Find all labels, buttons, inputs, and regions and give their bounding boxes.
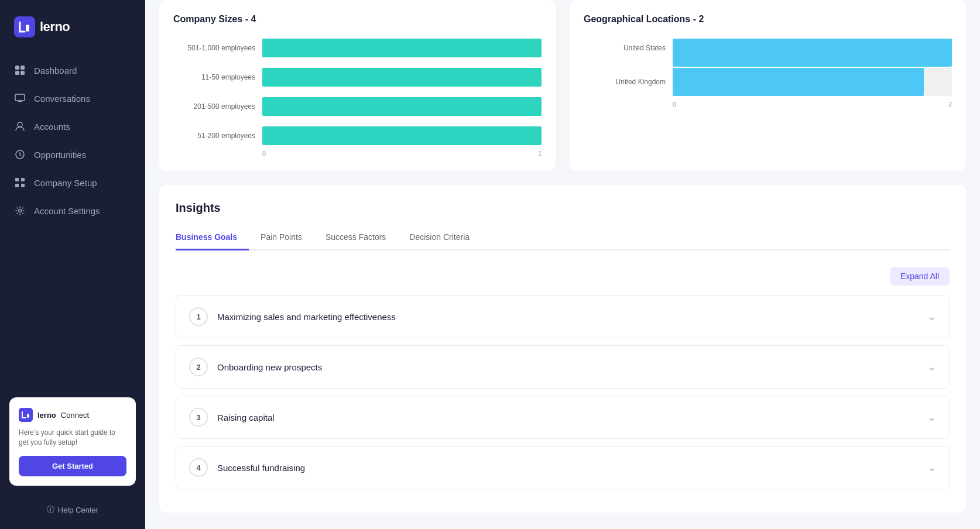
svg-point-7 bbox=[18, 122, 22, 127]
insight-left-1: 1 Maximizing sales and marketing effecti… bbox=[189, 307, 396, 326]
sidebar-item-accounts-label: Accounts bbox=[34, 122, 70, 132]
bar-track-3 bbox=[262, 97, 542, 116]
insight-left-4: 4 Successful fundraising bbox=[189, 458, 305, 477]
opportunities-icon bbox=[14, 149, 26, 160]
lerno-logo-icon bbox=[14, 16, 35, 37]
geo-bar-label-1: United States bbox=[584, 44, 666, 52]
main-content: Company Sizes - 4 501-1,000 employees 11… bbox=[145, 0, 980, 529]
connect-card-header: lerno Connect bbox=[19, 408, 126, 422]
sidebar-item-opportunities[interactable]: Opportunities bbox=[0, 140, 145, 169]
geo-bar-row-2: United Kingdom bbox=[584, 68, 952, 96]
geo-locations-bars: United States United Kingdom bbox=[584, 39, 952, 96]
insight-row-3[interactable]: 3 Raising capital ⌄ bbox=[176, 396, 950, 439]
geo-locations-axis: 0 2 bbox=[584, 101, 952, 108]
tab-success-factors[interactable]: Success Factors bbox=[314, 226, 398, 250]
connect-label: Connect bbox=[61, 411, 89, 420]
svg-rect-14 bbox=[19, 408, 33, 422]
tab-pain-points[interactable]: Pain Points bbox=[249, 226, 314, 250]
svg-rect-10 bbox=[15, 184, 19, 187]
chevron-down-icon-1: ⌄ bbox=[927, 310, 936, 323]
bar-row-3: 201-500 employees bbox=[173, 97, 542, 116]
expand-all-button[interactable]: Expand All bbox=[890, 267, 950, 286]
insight-number-4: 4 bbox=[189, 458, 208, 477]
nav-menu: Dashboard Conversations Accounts bbox=[0, 51, 145, 388]
sidebar-item-company-setup-label: Company Setup bbox=[34, 178, 97, 188]
bar-fill-2 bbox=[262, 68, 542, 87]
get-started-button[interactable]: Get Started bbox=[19, 456, 126, 476]
geo-bar-track-1 bbox=[673, 39, 952, 57]
help-center-label: Help Center bbox=[58, 506, 98, 514]
connect-logo-icon bbox=[19, 408, 33, 422]
dashboard-icon bbox=[14, 64, 26, 76]
logo-text: lerno bbox=[40, 19, 70, 35]
sidebar-item-account-settings[interactable]: Account Settings bbox=[0, 197, 145, 225]
bar-fill-3 bbox=[262, 97, 542, 116]
sidebar-item-conversations[interactable]: Conversations bbox=[0, 84, 145, 112]
tab-business-goals[interactable]: Business Goals bbox=[176, 226, 249, 250]
svg-rect-15 bbox=[27, 414, 29, 418]
bar-track-4 bbox=[262, 126, 542, 145]
bar-label-4: 51-200 employees bbox=[173, 132, 255, 140]
insights-tabs: Business Goals Pain Points Success Facto… bbox=[176, 226, 950, 250]
bar-label-3: 201-500 employees bbox=[173, 102, 255, 111]
insight-row-4[interactable]: 4 Successful fundraising ⌄ bbox=[176, 446, 950, 489]
axis-start-1: 0 bbox=[262, 150, 266, 157]
connect-brand-label: lerno bbox=[37, 411, 56, 420]
sidebar-item-opportunities-label: Opportunities bbox=[34, 150, 86, 160]
svg-rect-6 bbox=[15, 94, 25, 101]
insights-header-row: Expand All bbox=[176, 267, 950, 286]
company-sizes-title: Company Sizes - 4 bbox=[173, 14, 542, 25]
insight-number-3: 3 bbox=[189, 408, 208, 427]
svg-rect-3 bbox=[20, 66, 25, 70]
sidebar-item-dashboard[interactable]: Dashboard bbox=[0, 56, 145, 84]
sidebar-item-dashboard-label: Dashboard bbox=[34, 66, 77, 75]
insight-row-1[interactable]: 1 Maximizing sales and marketing effecti… bbox=[176, 295, 950, 338]
svg-rect-2 bbox=[15, 66, 19, 70]
bar-track-1 bbox=[262, 39, 542, 57]
company-setup-icon bbox=[14, 177, 26, 188]
company-sizes-chart: Company Sizes - 4 501-1,000 employees 11… bbox=[159, 0, 556, 171]
chevron-down-icon-3: ⌄ bbox=[927, 411, 936, 424]
axis-end-1: 1 bbox=[538, 150, 542, 157]
insight-text-1: Maximizing sales and marketing effective… bbox=[217, 312, 396, 322]
insights-title: Insights bbox=[176, 201, 950, 215]
insight-left-3: 3 Raising capital bbox=[189, 408, 275, 427]
svg-rect-9 bbox=[15, 178, 19, 181]
sidebar: lerno Dashboard Conversati bbox=[0, 0, 145, 529]
geo-bar-track-2 bbox=[673, 68, 952, 96]
svg-rect-11 bbox=[21, 178, 25, 181]
company-sizes-bars: 501-1,000 employees 11-50 employees 201-… bbox=[173, 39, 542, 145]
geo-bar-label-2: United Kingdom bbox=[584, 78, 666, 86]
accounts-icon bbox=[14, 121, 26, 132]
insight-number-2: 2 bbox=[189, 358, 208, 376]
sidebar-item-account-settings-label: Account Settings bbox=[34, 206, 100, 216]
tab-decision-criteria[interactable]: Decision Criteria bbox=[398, 226, 481, 250]
company-sizes-axis: 0 1 bbox=[173, 150, 542, 157]
charts-row: Company Sizes - 4 501-1,000 employees 11… bbox=[159, 0, 966, 171]
chevron-down-icon-4: ⌄ bbox=[927, 461, 936, 474]
sidebar-item-company-setup[interactable]: Company Setup bbox=[0, 169, 145, 197]
bar-label-1: 501-1,000 employees bbox=[173, 44, 255, 52]
svg-rect-12 bbox=[21, 184, 25, 187]
insight-row-2[interactable]: 2 Onboarding new prospects ⌄ bbox=[176, 345, 950, 389]
insight-left-2: 2 Onboarding new prospects bbox=[189, 358, 322, 376]
bar-row-4: 51-200 employees bbox=[173, 126, 542, 145]
svg-rect-1 bbox=[26, 25, 29, 32]
geo-bar-row-1: United States bbox=[584, 39, 952, 57]
help-center-link[interactable]: ⓘ Help Center bbox=[0, 495, 145, 529]
bar-track-2 bbox=[262, 68, 542, 87]
geo-bar-fill-2 bbox=[673, 68, 924, 96]
bar-fill-1 bbox=[262, 39, 542, 57]
sidebar-item-accounts[interactable]: Accounts bbox=[0, 112, 145, 140]
bar-fill-4 bbox=[262, 126, 542, 145]
insight-number-1: 1 bbox=[189, 307, 208, 326]
conversations-icon bbox=[14, 92, 26, 104]
geo-locations-chart: Geographical Locations - 2 United States… bbox=[570, 0, 966, 171]
svg-rect-5 bbox=[20, 71, 25, 75]
insight-text-3: Raising capital bbox=[217, 413, 275, 422]
geo-bar-fill-1 bbox=[673, 39, 952, 67]
insight-text-2: Onboarding new prospects bbox=[217, 362, 322, 372]
lerno-connect-card: lerno Connect Here's your quick start gu… bbox=[9, 397, 136, 486]
bar-row-1: 501-1,000 employees bbox=[173, 39, 542, 57]
svg-rect-4 bbox=[15, 71, 19, 75]
